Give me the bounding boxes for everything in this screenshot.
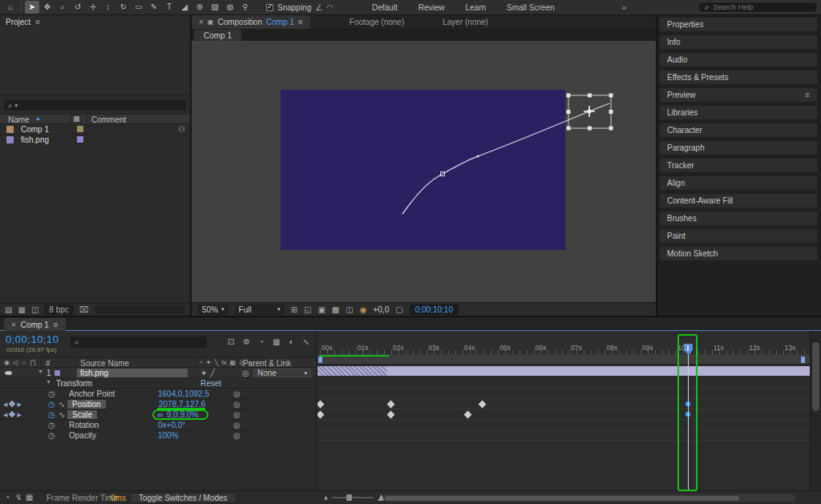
parent-select[interactable]: None ▾ <box>253 369 311 377</box>
transparency-grid-icon[interactable]: ▩ <box>332 305 339 314</box>
create-comp-icon[interactable]: ◫ <box>31 305 38 314</box>
panel-menu-icon[interactable]: ≡ <box>54 321 59 329</box>
twirl-icon[interactable]: ▼ <box>46 379 51 385</box>
panel-tab-paragraph[interactable]: Paragraph <box>660 141 817 155</box>
zoom-out-icon[interactable] <box>324 496 328 500</box>
keyframe[interactable] <box>387 401 395 409</box>
transform-group-row[interactable]: ▼ Transform Reset <box>0 378 316 389</box>
timeline-zoom-slider[interactable] <box>324 494 385 501</box>
workspace-small-screen[interactable]: Small Screen <box>496 3 564 12</box>
keyframe[interactable] <box>478 401 486 409</box>
keyframe-nav-diamond[interactable] <box>9 411 15 417</box>
property-value[interactable]: 1604,0,1092,5 <box>158 389 209 398</box>
transform-label[interactable]: Transform <box>56 379 92 388</box>
roto-brush-tool[interactable]: ◍ <box>223 1 237 14</box>
scrollbar-thumb[interactable] <box>812 342 819 411</box>
project-item-footage[interactable]: fish.png <box>0 135 190 145</box>
timeline-vertical-scrollbar[interactable] <box>810 331 821 490</box>
graph-editor-icon[interactable]: ∿ <box>303 337 309 346</box>
workspace-learn[interactable]: Learn <box>455 3 496 12</box>
work-area-end-handle[interactable] <box>801 357 805 363</box>
zoom-track[interactable] <box>332 497 374 498</box>
stopwatch-icon[interactable]: ◷ <box>48 421 55 429</box>
pickwhip-icon[interactable]: ◎ <box>233 400 241 409</box>
panel-menu-icon[interactable]: ≡ <box>298 18 303 26</box>
timeline-search[interactable]: ⌕ <box>71 337 207 348</box>
panel-tab-content-aware-fill[interactable]: Content-Aware Fill <box>660 194 817 208</box>
scrollbar-thumb[interactable] <box>385 496 739 501</box>
pan-camera-tool[interactable]: ✛ <box>86 1 100 14</box>
panel-tab-audio[interactable]: Audio <box>660 53 817 67</box>
snap-features-icon[interactable]: ◠ <box>326 3 334 12</box>
render-time-icon[interactable]: ◔ <box>5 493 10 502</box>
pickwhip-icon[interactable]: ◎ <box>233 431 241 440</box>
pickwhip-icon[interactable]: ◎ <box>233 421 241 429</box>
stopwatch-icon[interactable]: ◷ <box>48 389 55 398</box>
toggle-switches-modes-button[interactable]: Toggle Switches / Modes <box>130 493 237 503</box>
puppet-pin-tool[interactable]: ⚲ <box>238 1 253 14</box>
column-source-name[interactable]: Source Name <box>80 359 129 368</box>
trash-icon[interactable]: ⌧ <box>79 305 89 314</box>
tab-layer[interactable]: Layer (none) <box>435 15 495 29</box>
motion-path[interactable] <box>402 103 609 214</box>
label-color-swatch[interactable] <box>77 136 83 143</box>
work-area-bar[interactable] <box>317 355 810 365</box>
magnification-select[interactable]: 50% ▾ <box>198 304 229 315</box>
stopwatch-icon[interactable]: ◷ <box>48 400 55 409</box>
panel-tab-properties[interactable]: Properties <box>660 18 817 31</box>
eye-icon[interactable] <box>5 371 12 375</box>
dolly-camera-tool[interactable]: ↕ <box>101 1 115 14</box>
rotation-tool[interactable]: ↻ <box>116 1 131 14</box>
quality-icon[interactable]: ╱ <box>210 369 215 377</box>
performance-icon[interactable]: ↯ <box>15 493 22 502</box>
layer-duration-bar[interactable] <box>317 366 810 377</box>
parent-pickwhip-icon[interactable]: ◎ <box>242 369 249 377</box>
property-value[interactable]: 100% <box>158 431 179 440</box>
tab-footage[interactable]: Footage (none) <box>342 15 411 29</box>
layer-color-chip[interactable] <box>55 370 60 376</box>
time-ruler[interactable]: 00s01s02s03s04s05s06s07s08s09s10s11s12s1… <box>317 341 810 355</box>
exposure-value[interactable]: +0,0 <box>373 305 389 314</box>
property-row-rotation[interactable]: ◷ Rotation 0x+0,0° ◎ <box>0 420 316 430</box>
panel-tab-info[interactable]: Info <box>660 35 817 49</box>
close-icon[interactable]: × <box>199 18 204 26</box>
frame-blending-toggle-icon[interactable]: ▦ <box>273 337 280 346</box>
brush-tool[interactable]: ◢ <box>177 1 192 14</box>
column-parent-link[interactable]: Parent & Link <box>243 359 291 368</box>
shy-toggle-icon[interactable]: ◔ <box>259 337 264 346</box>
viewer-subtab-comp1[interactable]: Comp 1 <box>194 30 241 41</box>
orbit-camera-tool[interactable]: ↺ <box>71 1 85 14</box>
column-comment[interactable]: Comment <box>91 115 126 124</box>
property-label[interactable]: Rotation <box>69 421 99 429</box>
label-column-icon[interactable] <box>74 116 79 122</box>
property-label[interactable]: Position <box>67 400 106 409</box>
panel-tab-brushes[interactable]: Brushes <box>660 212 817 225</box>
close-icon[interactable]: × <box>11 321 16 329</box>
stopwatch-icon[interactable]: ◷ <box>48 410 55 419</box>
grid-guides-icon[interactable]: ⊞ <box>291 305 297 314</box>
eraser-tool[interactable]: ▨ <box>208 1 222 14</box>
reset-button[interactable]: Reset <box>200 379 221 388</box>
selection-tool[interactable]: ➤ <box>25 1 39 14</box>
property-value[interactable]: 0x+0,0° <box>158 421 185 429</box>
hand-tool[interactable]: ✥ <box>40 1 55 14</box>
graph-icon[interactable]: ∿ <box>59 400 65 409</box>
workspace-overflow-icon[interactable]: » <box>622 3 627 12</box>
mask-visibility-icon[interactable]: ◱ <box>304 305 311 314</box>
timeline-track-area[interactable]: 00s01s02s03s04s05s06s07s08s09s10s11s12s1… <box>317 331 810 490</box>
panel-menu-icon[interactable]: ≡ <box>805 91 810 99</box>
resolution-select[interactable]: Full ▾ <box>235 304 285 315</box>
color-depth-button[interactable]: 8 bpc <box>44 304 73 315</box>
keyframe[interactable] <box>317 401 324 409</box>
timeline-tab-comp1[interactable]: × Comp 1 ≡ <box>4 318 66 331</box>
panel-menu-icon[interactable]: ≡ <box>35 18 40 26</box>
current-timecode[interactable]: 0;00;10;10 <box>6 333 59 345</box>
viewer-timecode[interactable]: 0;00;10;10 <box>410 304 459 315</box>
stopwatch-icon[interactable]: ◷ <box>48 431 55 440</box>
workspace-default[interactable]: Default <box>362 3 408 12</box>
snap-edges-icon[interactable]: ∠ <box>315 3 322 12</box>
keyframe[interactable] <box>387 411 395 419</box>
path-point[interactable] <box>476 155 479 157</box>
collapse-icon[interactable]: ✦ <box>200 369 207 377</box>
help-search[interactable]: ⌕ <box>698 2 818 13</box>
